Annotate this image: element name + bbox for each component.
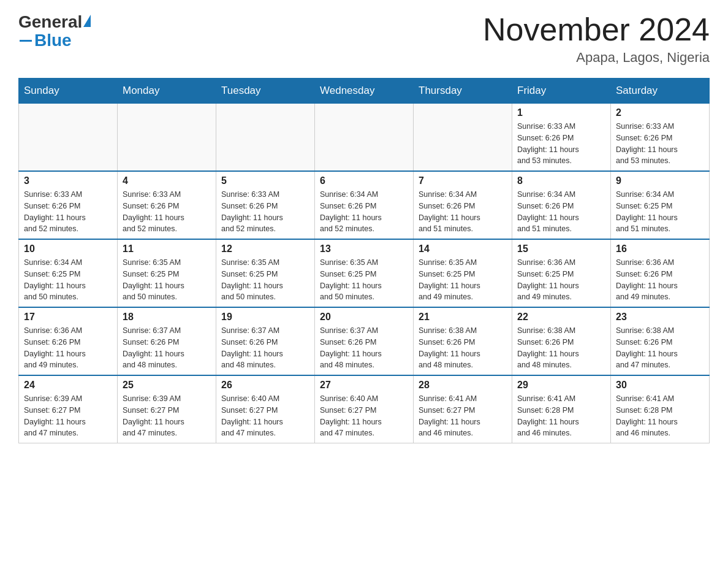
- calendar-cell: 4Sunrise: 6:33 AMSunset: 6:26 PMDaylight…: [118, 171, 216, 239]
- day-info: Sunrise: 6:36 AMSunset: 6:25 PMDaylight:…: [517, 257, 605, 303]
- calendar-cell: 24Sunrise: 6:39 AMSunset: 6:27 PMDayligh…: [19, 375, 118, 443]
- calendar-cell: [216, 104, 315, 172]
- day-number: 14: [419, 243, 507, 255]
- calendar-cell: 27Sunrise: 6:40 AMSunset: 6:27 PMDayligh…: [315, 375, 414, 443]
- calendar-cell: 19Sunrise: 6:37 AMSunset: 6:26 PMDayligh…: [216, 307, 315, 375]
- calendar-cell: 15Sunrise: 6:36 AMSunset: 6:25 PMDayligh…: [512, 239, 611, 307]
- calendar-cell: 30Sunrise: 6:41 AMSunset: 6:28 PMDayligh…: [611, 375, 710, 443]
- calendar-cell: 3Sunrise: 6:33 AMSunset: 6:26 PMDaylight…: [19, 171, 118, 239]
- day-info: Sunrise: 6:33 AMSunset: 6:26 PMDaylight:…: [24, 189, 112, 235]
- calendar-cell: 2Sunrise: 6:33 AMSunset: 6:26 PMDaylight…: [611, 104, 710, 172]
- calendar-cell: [414, 104, 512, 172]
- day-info: Sunrise: 6:34 AMSunset: 6:25 PMDaylight:…: [24, 257, 112, 303]
- day-info: Sunrise: 6:39 AMSunset: 6:27 PMDaylight:…: [123, 393, 211, 439]
- day-number: 30: [616, 380, 704, 391]
- day-number: 10: [24, 243, 112, 255]
- column-header-sunday: Sunday: [19, 79, 118, 104]
- day-number: 12: [221, 243, 309, 255]
- day-info: Sunrise: 6:41 AMSunset: 6:28 PMDaylight:…: [616, 393, 704, 439]
- day-number: 29: [517, 380, 605, 391]
- day-info: Sunrise: 6:37 AMSunset: 6:26 PMDaylight:…: [123, 325, 211, 371]
- day-number: 7: [419, 175, 507, 186]
- calendar-cell: 26Sunrise: 6:40 AMSunset: 6:27 PMDayligh…: [216, 375, 315, 443]
- calendar-cell: 9Sunrise: 6:34 AMSunset: 6:25 PMDaylight…: [611, 171, 710, 239]
- day-info: Sunrise: 6:40 AMSunset: 6:27 PMDaylight:…: [320, 393, 408, 439]
- day-number: 2: [616, 107, 704, 118]
- location: Apapa, Lagos, Nigeria: [483, 50, 710, 66]
- day-info: Sunrise: 6:36 AMSunset: 6:26 PMDaylight:…: [24, 325, 112, 371]
- day-number: 20: [320, 312, 408, 323]
- column-header-thursday: Thursday: [414, 79, 512, 104]
- day-info: Sunrise: 6:34 AMSunset: 6:25 PMDaylight:…: [616, 189, 704, 235]
- calendar-cell: [19, 104, 118, 172]
- day-info: Sunrise: 6:34 AMSunset: 6:26 PMDaylight:…: [517, 189, 605, 235]
- calendar-table: SundayMondayTuesdayWednesdayThursdayFrid…: [18, 78, 710, 443]
- day-number: 26: [221, 380, 309, 391]
- day-info: Sunrise: 6:33 AMSunset: 6:26 PMDaylight:…: [517, 121, 605, 167]
- calendar-header-row: SundayMondayTuesdayWednesdayThursdayFrid…: [19, 79, 710, 104]
- column-header-monday: Monday: [118, 79, 216, 104]
- day-number: 4: [123, 175, 211, 186]
- day-info: Sunrise: 6:38 AMSunset: 6:26 PMDaylight:…: [616, 325, 704, 371]
- day-info: Sunrise: 6:33 AMSunset: 6:26 PMDaylight:…: [616, 121, 704, 167]
- day-info: Sunrise: 6:41 AMSunset: 6:28 PMDaylight:…: [517, 393, 605, 439]
- day-info: Sunrise: 6:37 AMSunset: 6:26 PMDaylight:…: [320, 325, 408, 371]
- calendar-cell: 12Sunrise: 6:35 AMSunset: 6:25 PMDayligh…: [216, 239, 315, 307]
- calendar-cell: 16Sunrise: 6:36 AMSunset: 6:26 PMDayligh…: [611, 239, 710, 307]
- calendar-cell: 6Sunrise: 6:34 AMSunset: 6:26 PMDaylight…: [315, 171, 414, 239]
- day-info: Sunrise: 6:36 AMSunset: 6:26 PMDaylight:…: [616, 257, 704, 303]
- day-info: Sunrise: 6:35 AMSunset: 6:25 PMDaylight:…: [419, 257, 507, 303]
- week-row-1: 1Sunrise: 6:33 AMSunset: 6:26 PMDaylight…: [19, 104, 710, 172]
- day-info: Sunrise: 6:38 AMSunset: 6:26 PMDaylight:…: [517, 325, 605, 371]
- day-number: 15: [517, 243, 605, 255]
- logo-general-text: General: [18, 12, 82, 32]
- week-row-2: 3Sunrise: 6:33 AMSunset: 6:26 PMDaylight…: [19, 171, 710, 239]
- logo-triangle-icon: [83, 15, 91, 27]
- day-number: 1: [517, 107, 605, 118]
- day-number: 24: [24, 380, 112, 391]
- day-info: Sunrise: 6:34 AMSunset: 6:26 PMDaylight:…: [320, 189, 408, 235]
- day-number: 13: [320, 243, 408, 255]
- day-number: 21: [419, 312, 507, 323]
- calendar-cell: 22Sunrise: 6:38 AMSunset: 6:26 PMDayligh…: [512, 307, 611, 375]
- day-info: Sunrise: 6:35 AMSunset: 6:25 PMDaylight:…: [123, 257, 211, 303]
- week-row-5: 24Sunrise: 6:39 AMSunset: 6:27 PMDayligh…: [19, 375, 710, 443]
- day-info: Sunrise: 6:34 AMSunset: 6:26 PMDaylight:…: [419, 189, 507, 235]
- calendar-cell: 10Sunrise: 6:34 AMSunset: 6:25 PMDayligh…: [19, 239, 118, 307]
- day-info: Sunrise: 6:37 AMSunset: 6:26 PMDaylight:…: [221, 325, 309, 371]
- calendar-cell: 14Sunrise: 6:35 AMSunset: 6:25 PMDayligh…: [414, 239, 512, 307]
- day-number: 8: [517, 175, 605, 186]
- calendar-cell: 17Sunrise: 6:36 AMSunset: 6:26 PMDayligh…: [19, 307, 118, 375]
- day-number: 9: [616, 175, 704, 186]
- day-info: Sunrise: 6:35 AMSunset: 6:25 PMDaylight:…: [320, 257, 408, 303]
- day-info: Sunrise: 6:41 AMSunset: 6:27 PMDaylight:…: [419, 393, 507, 439]
- day-number: 11: [123, 243, 211, 255]
- calendar-cell: 11Sunrise: 6:35 AMSunset: 6:25 PMDayligh…: [118, 239, 216, 307]
- day-info: Sunrise: 6:33 AMSunset: 6:26 PMDaylight:…: [221, 189, 309, 235]
- day-number: 17: [24, 312, 112, 323]
- day-number: 3: [24, 175, 112, 186]
- calendar-cell: 21Sunrise: 6:38 AMSunset: 6:26 PMDayligh…: [414, 307, 512, 375]
- month-title: November 2024: [483, 12, 710, 47]
- page-header: General Blue November 2024 Apapa, Lagos,…: [18, 12, 710, 66]
- calendar-cell: 28Sunrise: 6:41 AMSunset: 6:27 PMDayligh…: [414, 375, 512, 443]
- day-number: 25: [123, 380, 211, 391]
- calendar-cell: 25Sunrise: 6:39 AMSunset: 6:27 PMDayligh…: [118, 375, 216, 443]
- day-number: 22: [517, 312, 605, 323]
- day-info: Sunrise: 6:35 AMSunset: 6:25 PMDaylight:…: [221, 257, 309, 303]
- calendar-cell: 13Sunrise: 6:35 AMSunset: 6:25 PMDayligh…: [315, 239, 414, 307]
- day-number: 16: [616, 243, 704, 255]
- week-row-3: 10Sunrise: 6:34 AMSunset: 6:25 PMDayligh…: [19, 239, 710, 307]
- calendar-cell: 18Sunrise: 6:37 AMSunset: 6:26 PMDayligh…: [118, 307, 216, 375]
- calendar-cell: [315, 104, 414, 172]
- day-number: 6: [320, 175, 408, 186]
- calendar-cell: 7Sunrise: 6:34 AMSunset: 6:26 PMDaylight…: [414, 171, 512, 239]
- day-info: Sunrise: 6:39 AMSunset: 6:27 PMDaylight:…: [24, 393, 112, 439]
- day-info: Sunrise: 6:40 AMSunset: 6:27 PMDaylight:…: [221, 393, 309, 439]
- column-header-wednesday: Wednesday: [315, 79, 414, 104]
- calendar-cell: 1Sunrise: 6:33 AMSunset: 6:26 PMDaylight…: [512, 104, 611, 172]
- day-number: 23: [616, 312, 704, 323]
- day-number: 18: [123, 312, 211, 323]
- day-info: Sunrise: 6:33 AMSunset: 6:26 PMDaylight:…: [123, 189, 211, 235]
- calendar-cell: 23Sunrise: 6:38 AMSunset: 6:26 PMDayligh…: [611, 307, 710, 375]
